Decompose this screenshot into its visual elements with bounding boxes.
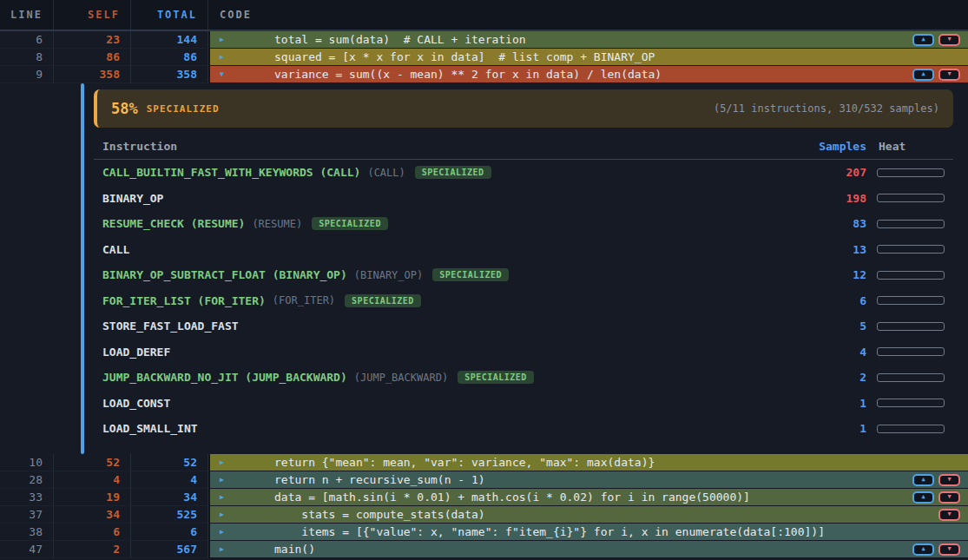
instruction-name: FOR_ITER_LIST (FOR_ITER) (FOR_ITER) SPEC… (102, 294, 806, 307)
column-header-code: CODE (208, 0, 968, 30)
instruction-name: BINARY_OP_SUBTRACT_FLOAT (BINARY_OP) (BI… (102, 268, 806, 281)
instruction-name-text: LOAD_SMALL_INT (102, 422, 198, 435)
samples-value: 12 (806, 268, 866, 281)
move-down-button[interactable]: ▼ (938, 509, 960, 521)
instruction-row: LOAD_CONST 1 (94, 391, 953, 417)
expand-icon[interactable]: ▶ (220, 477, 224, 484)
expand-icon[interactable]: ▶ (220, 459, 224, 466)
samples-value: 4 (806, 346, 866, 359)
line-number-cell: 47 (0, 541, 54, 558)
instruction-name-text: STORE_FAST_LOAD_FAST (102, 320, 239, 333)
expand-icon[interactable]: ▼ (220, 71, 224, 78)
code-row[interactable]: 33 19 34 ▶ data = [math.sin(i * 0.01) + … (0, 489, 968, 506)
specialization-banner: 58% SPECIALIZED (5/11 instructions, 310/… (94, 89, 953, 128)
move-down-button[interactable]: ▼ (938, 474, 960, 486)
self-samples-cell: 34 (54, 506, 131, 524)
code-row[interactable]: 38 6 6 ▶ items = [{"value": x, "name": f… (0, 524, 968, 541)
instruction-name: LOAD_SMALL_INT (102, 422, 806, 435)
instruction-name: RESUME_CHECK (RESUME) (RESUME) SPECIALIZ… (102, 217, 806, 230)
total-samples-cell: 567 (131, 541, 208, 558)
samples-value: 198 (806, 192, 866, 205)
instruction-name: STORE_FAST_LOAD_FAST (102, 320, 806, 333)
line-number-cell: 6 (0, 31, 54, 49)
instruction-name-text: JUMP_BACKWARD_NO_JIT (JUMP_BACKWARD) (102, 371, 347, 384)
move-down-button[interactable]: ▼ (938, 544, 960, 556)
code-row[interactable]: 10 52 52 ▶ return {"mean": mean, "var": … (0, 454, 968, 471)
move-up-button[interactable]: ▲ (912, 544, 934, 556)
heat-bar (877, 425, 945, 433)
code-cell[interactable]: ▶ squared = [x * x for x in data] # list… (208, 49, 968, 66)
instruction-row: RESUME_CHECK (RESUME) (RESUME) SPECIALIZ… (94, 211, 953, 237)
instruction-name: LOAD_DEREF (102, 346, 806, 359)
specialized-badge: SPECIALIZED (415, 166, 491, 179)
instruction-row: BINARY_OP 198 (94, 186, 953, 212)
code-text: main() (274, 543, 315, 556)
column-header-self[interactable]: SELF (54, 0, 131, 30)
expand-icon[interactable]: ▶ (220, 529, 224, 536)
line-number-cell: 8 (0, 49, 54, 66)
self-samples-cell: 2 (54, 541, 131, 558)
total-samples-cell: 34 (131, 489, 208, 506)
expand-icon[interactable]: ▶ (220, 494, 224, 501)
instruction-name: LOAD_CONST (102, 397, 806, 410)
instruction-base-name: (JUMP_BACKWARD) (354, 372, 448, 384)
column-header-line: LINE (0, 0, 54, 30)
code-cell[interactable]: ▶ stats = compute_stats(data) ▼ (208, 506, 968, 524)
heat-bar (877, 347, 945, 356)
instruction-row: JUMP_BACKWARD_NO_JIT (JUMP_BACKWARD) (JU… (94, 365, 953, 391)
code-cell[interactable]: ▶ total = sum(data) # CALL + iteration ▲… (208, 31, 968, 49)
expand-icon[interactable]: ▶ (220, 546, 224, 553)
expand-icon[interactable]: ▶ (220, 36, 224, 43)
heat-bar (877, 373, 945, 382)
instruction-name: CALL_BUILTIN_FAST_WITH_KEYWORDS (CALL) (… (102, 166, 806, 179)
move-down-button[interactable]: ▼ (938, 34, 960, 46)
move-up-button[interactable]: ▲ (912, 474, 934, 486)
instruction-name-text: RESUME_CHECK (RESUME) (102, 217, 245, 230)
code-row[interactable]: 9 358 358 ▼ variance = sum((x - mean) **… (0, 66, 968, 83)
code-cell[interactable]: ▶ items = [{"value": x, "name": f"item_{… (208, 524, 968, 541)
move-up-button[interactable]: ▲ (912, 34, 934, 46)
code-text: data = [math.sin(i * 0.01) + math.cos(i … (274, 491, 750, 504)
heat-bar (877, 245, 945, 254)
instruction-name: BINARY_OP (102, 192, 806, 205)
code-cell[interactable]: ▶ data = [math.sin(i * 0.01) + math.cos(… (208, 489, 968, 506)
samples-column-header[interactable]: Samples (806, 140, 866, 153)
code-cell[interactable]: ▶ return {"mean": mean, "var": variance,… (208, 454, 968, 471)
total-samples-cell: 86 (131, 49, 208, 66)
expand-icon[interactable]: ▶ (220, 511, 224, 518)
move-down-button[interactable]: ▼ (938, 69, 960, 81)
heat-bar (877, 399, 945, 407)
instruction-name: CALL (102, 243, 806, 256)
code-row[interactable]: 47 2 567 ▶ main() ▲ ▼ (0, 541, 968, 558)
specialized-badge: SPECIALIZED (312, 217, 388, 230)
column-header-total[interactable]: TOTAL (131, 0, 208, 30)
instruction-row: CALL 13 (94, 237, 953, 263)
heat-bar (877, 296, 945, 305)
self-samples-cell: 358 (54, 66, 131, 83)
samples-value: 207 (806, 166, 866, 179)
code-row[interactable]: 6 23 144 ▶ total = sum(data) # CALL + it… (0, 31, 968, 49)
move-down-button[interactable]: ▼ (938, 491, 960, 504)
instruction-base-name: (FOR_ITER) (273, 294, 335, 306)
expand-icon[interactable]: ▶ (220, 54, 224, 61)
instruction-table-header: Instruction Samples Heat (94, 134, 953, 160)
instruction-row: LOAD_DEREF 4 (94, 339, 953, 366)
self-samples-cell: 23 (54, 31, 131, 49)
move-up-button[interactable]: ▲ (912, 69, 934, 81)
code-row[interactable]: 8 86 86 ▶ squared = [x * x for x in data… (0, 49, 968, 66)
code-cell[interactable]: ▼ variance = sum((x - mean) ** 2 for x i… (208, 66, 968, 83)
heat-bar (877, 322, 945, 331)
code-text: return {"mean": mean, "var": variance, "… (274, 456, 655, 469)
code-row[interactable]: 37 34 525 ▶ stats = compute_stats(data) … (0, 506, 968, 524)
instruction-row: BINARY_OP_SUBTRACT_FLOAT (BINARY_OP) (BI… (94, 262, 953, 288)
code-cell[interactable]: ▶ return n + recursive_sum(n - 1) ▲ ▼ (208, 471, 968, 489)
instruction-name: JUMP_BACKWARD_NO_JIT (JUMP_BACKWARD) (JU… (102, 371, 806, 384)
move-up-button[interactable]: ▲ (912, 491, 934, 504)
self-samples-cell: 52 (54, 454, 131, 471)
code-cell[interactable]: ▶ main() ▲ ▼ (208, 541, 968, 558)
code-row[interactable]: 28 4 4 ▶ return n + recursive_sum(n - 1)… (0, 471, 968, 489)
code-text: total = sum(data) # CALL + iteration (274, 33, 526, 46)
total-samples-cell: 525 (131, 506, 208, 524)
code-rows-top: 6 23 144 ▶ total = sum(data) # CALL + it… (0, 31, 968, 83)
instruction-name-text: CALL_BUILTIN_FAST_WITH_KEYWORDS (CALL) (102, 166, 360, 179)
